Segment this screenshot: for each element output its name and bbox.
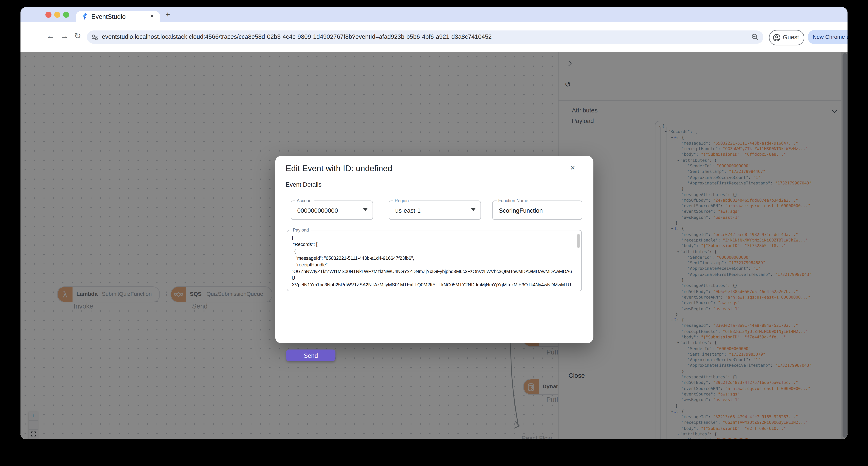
function-name-value: ScoringFunction xyxy=(499,207,543,214)
account-caret-icon xyxy=(363,208,368,211)
site-settings-icon[interactable] xyxy=(91,34,98,41)
payload-text[interactable]: { "Records": [ { "messageId": "65032221-… xyxy=(292,234,575,289)
eventstudio-favicon-icon xyxy=(81,13,89,21)
window-close-button[interactable] xyxy=(45,11,52,18)
account-label: Account xyxy=(295,198,314,203)
tab-strip: EventStudio × + xyxy=(21,7,847,22)
send-button[interactable]: Send xyxy=(286,349,336,361)
modal-close-icon[interactable]: × xyxy=(570,163,575,172)
page-content: λ Lambda SubmitQuizFunction → xyxy=(21,52,847,439)
tab-eventstudio[interactable]: EventStudio × xyxy=(76,11,160,22)
region-value: us-east-1 xyxy=(395,207,421,214)
zoom-out-icon[interactable] xyxy=(751,33,759,41)
browser-window: EventStudio × + ← → ↻ eventstudio.localh… xyxy=(21,7,847,439)
region-label: Region xyxy=(393,198,410,203)
payload-textarea[interactable]: Payload { "Records": [ { "messageId": "6… xyxy=(287,230,582,291)
account-select[interactable]: Account 000000000000 xyxy=(291,201,373,220)
profile-label: Guest xyxy=(783,34,799,40)
forward-button[interactable]: → xyxy=(60,31,69,40)
modal-title: Edit Event with ID: undefined xyxy=(286,164,392,173)
account-value: 000000000000 xyxy=(297,207,338,214)
event-details-label: Event Details xyxy=(286,181,321,188)
chrome-update-button[interactable]: New Chrome available ⋮ xyxy=(808,30,847,44)
address-bar[interactable]: eventstudio.localhost.localstack.cloud:4… xyxy=(87,30,764,44)
tab-title: EventStudio xyxy=(91,13,126,20)
chrome-update-label: New Chrome available xyxy=(813,34,847,40)
region-select[interactable]: Region us-east-1 xyxy=(389,201,481,220)
reload-button[interactable]: ↻ xyxy=(74,31,81,41)
profile-button[interactable]: Guest xyxy=(769,30,804,46)
function-name-field[interactable]: Function Name ScoringFunction xyxy=(492,201,582,220)
tab-close-icon[interactable]: × xyxy=(150,12,154,20)
close-button[interactable]: Close xyxy=(568,372,585,379)
browser-toolbar: ← → ↻ eventstudio.localhost.localstack.c… xyxy=(21,22,847,52)
function-name-label: Function Name xyxy=(497,198,530,203)
window-zoom-button[interactable] xyxy=(63,11,69,18)
payload-scrollbar-thumb[interactable] xyxy=(578,234,580,248)
guest-avatar-icon xyxy=(773,34,780,41)
region-caret-icon xyxy=(471,208,475,211)
edit-event-modal: Edit Event with ID: undefined × Event De… xyxy=(275,156,593,343)
screenshot-stage: EventStudio × + ← → ↻ eventstudio.localh… xyxy=(0,0,868,466)
payload-label: Payload xyxy=(291,228,311,233)
window-minimize-button[interactable] xyxy=(54,11,60,18)
new-tab-button[interactable]: + xyxy=(165,10,170,19)
url-text: eventstudio.localhost.localstack.cloud:4… xyxy=(102,33,492,40)
back-button[interactable]: ← xyxy=(46,31,55,40)
